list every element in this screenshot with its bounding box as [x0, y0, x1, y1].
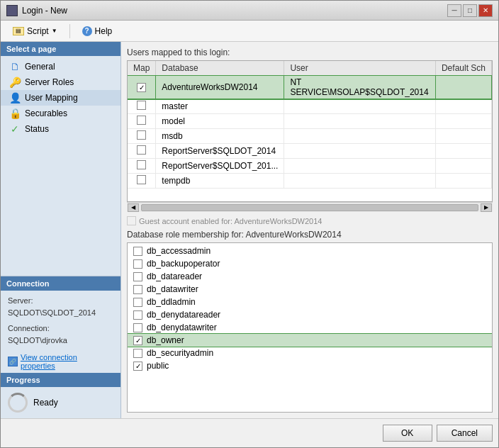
schema-cell [435, 129, 491, 144]
row-checkbox[interactable] [137, 145, 146, 155]
role-item[interactable]: db_denydatareader [128, 308, 492, 321]
users-table-container[interactable]: Map Database User Default Sch ✓Adventure… [127, 60, 493, 202]
col-database: Database [156, 61, 284, 76]
role-checkbox[interactable] [133, 310, 142, 320]
ok-button[interactable]: OK [383, 425, 432, 442]
scrollbar-thumb[interactable] [141, 204, 478, 211]
table-row[interactable]: msdb [128, 129, 492, 144]
table-row[interactable]: model [128, 114, 492, 129]
database-cell: ReportServer$SQLDOT_2014 [156, 144, 284, 159]
user-cell [284, 114, 436, 129]
role-item[interactable]: db_backupoperator [128, 257, 492, 270]
role-item[interactable]: db_accessadmin [128, 245, 492, 257]
select-page-heading: Select a page [1, 42, 120, 56]
map-cell[interactable] [128, 174, 156, 189]
view-connection-link[interactable]: 🔗 View connection properties [1, 352, 120, 373]
table-row[interactable]: master [128, 99, 492, 114]
toolbar: ▤ Script ▼ ? Help [1, 21, 498, 42]
sidebar: Select a page 🗋 General 🔑 Server Roles 👤… [1, 42, 121, 418]
maximize-button[interactable]: □ [463, 4, 477, 17]
map-cell[interactable] [128, 99, 156, 114]
role-item[interactable]: db_datawriter [128, 283, 492, 296]
role-label: db_denydatawriter [147, 323, 217, 332]
window-icon [6, 5, 18, 16]
table-row[interactable]: ReportServer$SQLDOT_2014 [128, 144, 492, 159]
progress-info: Ready [1, 387, 120, 418]
sidebar-item-server-roles[interactable]: 🔑 Server Roles [1, 74, 120, 90]
role-item[interactable]: db_ddladmin [128, 296, 492, 308]
table-row[interactable]: ✓AdventureWorksDW2014NT SERVICE\MSOLAP$S… [128, 76, 492, 99]
database-cell: ReportServer$SQLDOT_201... [156, 159, 284, 174]
help-button[interactable]: ? Help [76, 24, 119, 38]
cancel-button[interactable]: Cancel [437, 425, 493, 442]
sidebar-label-status: Status [25, 124, 49, 134]
row-checkbox[interactable]: ✓ [137, 83, 146, 92]
server-value: SQLDOT\SQLDOT_2014 [8, 308, 96, 317]
title-bar: Login - New ─ □ ✕ [1, 1, 498, 21]
connection-info: Server: SQLDOT\SQLDOT_2014 Connection: S… [1, 291, 120, 352]
content-area: Select a page 🗋 General 🔑 Server Roles 👤… [1, 42, 498, 418]
role-checkbox[interactable]: ✓ [133, 336, 142, 345]
db-role-section: Database role membership for: AdventureW… [127, 230, 493, 413]
role-item[interactable]: ✓public [128, 359, 492, 372]
title-bar-left: Login - New [6, 5, 67, 16]
role-checkbox[interactable]: ✓ [133, 362, 142, 371]
scroll-left-btn[interactable]: ◀ [128, 203, 139, 212]
role-checkbox[interactable] [133, 259, 142, 269]
script-label: Script [27, 26, 49, 36]
script-icon: ▤ [13, 27, 24, 35]
status-icon: ✓ [9, 123, 21, 135]
map-cell[interactable] [128, 129, 156, 144]
role-checkbox[interactable] [133, 323, 142, 332]
schema-cell [435, 144, 491, 159]
row-checkbox[interactable] [137, 101, 146, 110]
guest-account-checkbox[interactable] [127, 216, 136, 225]
help-icon: ? [82, 26, 92, 36]
window-title: Login - New [22, 6, 67, 16]
row-checkbox[interactable] [137, 175, 146, 184]
role-checkbox[interactable] [133, 272, 142, 281]
sidebar-item-securables[interactable]: 🔒 Securables [1, 106, 120, 121]
sidebar-item-user-mapping[interactable]: 👤 User Mapping [1, 90, 120, 106]
role-label: db_ddladmin [147, 297, 196, 307]
sidebar-item-status[interactable]: ✓ Status [1, 121, 120, 137]
users-mapped-label: Users mapped to this login: [127, 47, 493, 57]
close-button[interactable]: ✕ [478, 4, 493, 17]
role-checkbox[interactable] [133, 247, 142, 256]
row-checkbox[interactable] [137, 160, 146, 169]
users-table: Map Database User Default Sch ✓Adventure… [128, 61, 492, 189]
map-cell[interactable]: ✓ [128, 76, 156, 99]
role-checkbox[interactable] [133, 285, 142, 294]
role-item[interactable]: ✓db_owner [128, 334, 492, 347]
minimize-button[interactable]: ─ [447, 4, 461, 17]
role-item[interactable]: db_datareader [128, 270, 492, 283]
table-row[interactable]: ReportServer$SQLDOT_201... [128, 159, 492, 174]
map-cell[interactable] [128, 114, 156, 129]
securables-icon: 🔒 [9, 108, 21, 119]
db-role-list[interactable]: db_accessadmindb_backupoperatordb_datare… [127, 242, 493, 413]
schema-cell [435, 76, 491, 99]
help-label: Help [95, 26, 113, 36]
role-checkbox[interactable] [133, 349, 142, 358]
map-cell[interactable] [128, 144, 156, 159]
role-item[interactable]: db_denydatawriter [128, 321, 492, 334]
sidebar-label-user-mapping: User Mapping [25, 93, 78, 103]
map-cell[interactable] [128, 159, 156, 174]
row-checkbox[interactable] [137, 116, 146, 125]
horizontal-scrollbar[interactable]: ◀ ▶ [127, 202, 493, 212]
role-item[interactable]: db_securityadmin [128, 347, 492, 359]
script-button[interactable]: ▤ Script ▼ [6, 24, 64, 38]
schema-cell [435, 114, 491, 129]
row-checkbox[interactable] [137, 130, 146, 140]
col-schema: Default Sch [435, 61, 491, 76]
connection-label: Connection: SQLDOT\djrovka [8, 323, 113, 347]
user-mapping-icon: 👤 [9, 92, 21, 103]
scroll-right-btn[interactable]: ▶ [481, 203, 492, 212]
role-label: db_securityadmin [147, 348, 213, 358]
sidebar-item-general[interactable]: 🗋 General [1, 59, 120, 74]
db-role-label: Database role membership for: AdventureW… [127, 230, 493, 240]
table-row[interactable]: tempdb [128, 174, 492, 189]
role-checkbox[interactable] [133, 298, 142, 307]
guest-account-label: Guest account enabled for: AdventureWork… [139, 217, 322, 225]
user-cell [284, 129, 436, 144]
